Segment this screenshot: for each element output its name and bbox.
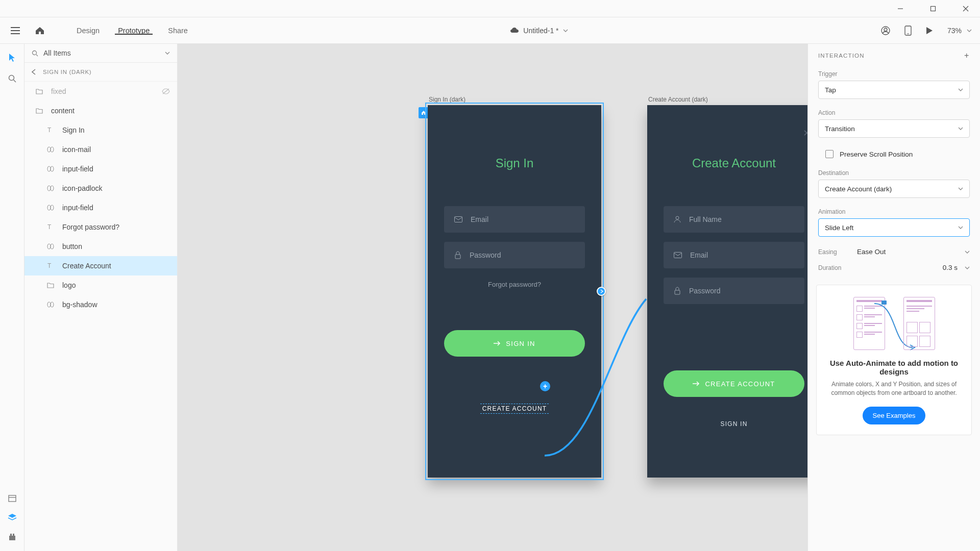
svg-line-19 — [36, 55, 38, 56]
animation-select[interactable]: Slide Left — [818, 218, 970, 237]
canvas[interactable]: Sign In (dark) Sign In Email Password Fo… — [178, 44, 807, 551]
prototype-handle[interactable] — [597, 287, 606, 296]
svg-point-29 — [51, 205, 54, 210]
artboard-heading: Create Account — [647, 156, 807, 170]
svg-point-27 — [51, 186, 54, 191]
component-icon — [47, 243, 55, 250]
sign-in-button: SIGN IN — [444, 330, 585, 357]
svg-rect-36 — [455, 217, 462, 222]
hamburger-menu-icon[interactable] — [8, 17, 22, 44]
layers-panel-icon[interactable] — [8, 513, 17, 521]
layer-row[interactable]: bg-shadow — [24, 295, 177, 314]
action-select[interactable]: Transition — [818, 119, 970, 138]
svg-line-12 — [13, 80, 16, 83]
window-minimize-button[interactable] — [890, 2, 911, 16]
layers-filter[interactable]: All Items — [24, 44, 177, 63]
trigger-select[interactable]: Tap — [818, 81, 970, 99]
svg-point-8 — [884, 28, 887, 31]
layers-breadcrumb[interactable]: SIGN IN (DARK) — [24, 63, 177, 82]
duration-label: Duration — [818, 264, 847, 271]
device-preview-icon[interactable] — [904, 26, 912, 36]
svg-point-34 — [47, 302, 51, 307]
svg-rect-15 — [9, 536, 15, 540]
easing-label: Easing — [818, 248, 847, 256]
svg-rect-1 — [931, 6, 936, 11]
layer-row[interactable]: icon-mail — [24, 140, 177, 159]
search-icon[interactable] — [8, 74, 16, 83]
user-avatar-icon[interactable] — [881, 26, 890, 35]
tab-share[interactable]: Share — [159, 27, 197, 35]
document-title[interactable]: Untitled-1 * — [523, 27, 558, 35]
svg-text:T: T — [47, 263, 52, 269]
svg-point-35 — [51, 302, 54, 307]
window-close-button[interactable] — [955, 2, 976, 16]
layer-label: icon-mail — [62, 145, 91, 154]
svg-rect-16 — [10, 534, 12, 536]
see-examples-button[interactable]: See Examples — [863, 407, 926, 424]
play-icon[interactable] — [926, 27, 933, 35]
layer-row[interactable]: fixed — [24, 82, 177, 101]
component-icon — [47, 204, 55, 211]
sign-in-link: SIGN IN — [647, 420, 807, 428]
tab-design[interactable]: Design — [67, 27, 109, 35]
svg-point-11 — [9, 76, 14, 81]
home-icon[interactable] — [33, 17, 47, 44]
svg-point-25 — [51, 166, 54, 171]
chevron-down-icon[interactable] — [563, 29, 568, 32]
layer-label: input-field — [62, 165, 93, 173]
destination-select[interactable]: Create Account (dark) — [818, 180, 970, 198]
svg-rect-37 — [455, 255, 460, 259]
action-label: Action — [818, 109, 970, 116]
layer-row[interactable]: button — [24, 237, 177, 256]
artboard-label[interactable]: Sign In (dark) — [429, 96, 465, 103]
artboard-heading: Sign In — [428, 156, 601, 170]
component-icon — [47, 165, 55, 172]
layer-row[interactable]: content — [24, 101, 177, 120]
plugins-icon[interactable] — [8, 533, 16, 541]
text-icon: T — [47, 224, 55, 230]
folder-icon — [47, 282, 55, 288]
select-tool-icon[interactable] — [9, 53, 16, 62]
app-toolbar: Design Prototype Share Untitled-1 * 73% — [0, 17, 980, 44]
window-maximize-button[interactable] — [923, 2, 943, 16]
duration-select[interactable]: 0.3 s — [857, 264, 970, 271]
hint-illustration — [827, 295, 961, 352]
text-icon: T — [47, 263, 55, 269]
layer-row[interactable]: logo — [24, 276, 177, 295]
layer-label: fixed — [51, 87, 66, 95]
back-icon[interactable] — [32, 69, 36, 75]
tab-prototype[interactable]: Prototype — [109, 27, 159, 35]
create-account-button: CREATE ACCOUNT — [664, 370, 804, 397]
svg-point-10 — [908, 33, 909, 34]
panel-title: INTERACTION — [818, 53, 865, 59]
create-account-link[interactable]: CREATE ACCOUNT — [480, 404, 549, 414]
artboard-sign-in[interactable]: Sign In Email Password Forgot password? … — [428, 105, 601, 478]
svg-point-26 — [47, 186, 51, 191]
layer-label: content — [51, 107, 75, 115]
close-icon: ✕ — [803, 128, 807, 139]
layer-row[interactable]: TCreate Account — [24, 256, 177, 276]
tool-dock — [0, 44, 24, 551]
interaction-panel: INTERACTION + Trigger Tap Action Transit… — [807, 44, 980, 551]
svg-rect-13 — [9, 495, 16, 502]
layer-row[interactable]: input-field — [24, 159, 177, 179]
artboard-create-account[interactable]: ✕ Create Account Full Name Email Passwor… — [647, 105, 807, 478]
svg-point-28 — [47, 205, 51, 210]
svg-rect-41 — [675, 290, 680, 294]
svg-point-22 — [47, 147, 51, 152]
home-artboard-badge[interactable] — [419, 107, 429, 118]
svg-point-31 — [47, 244, 51, 249]
add-interaction-handle[interactable]: + — [540, 381, 550, 391]
layer-row[interactable]: TSign In — [24, 120, 177, 140]
preserve-scroll-checkbox[interactable]: Preserve Scroll Position — [808, 145, 980, 166]
layer-row[interactable]: icon-padlock — [24, 179, 177, 198]
zoom-level[interactable]: 73% — [947, 27, 972, 35]
add-interaction-icon[interactable]: + — [964, 51, 970, 60]
artboard-label[interactable]: Create Account (dark) — [648, 96, 708, 103]
layer-row[interactable]: TForgot password? — [24, 217, 177, 237]
easing-select[interactable]: Ease Out — [857, 248, 970, 256]
libraries-icon[interactable] — [8, 495, 16, 502]
layer-row[interactable]: input-field — [24, 198, 177, 217]
visibility-icon[interactable] — [162, 88, 170, 94]
layer-label: Forgot password? — [62, 223, 119, 231]
